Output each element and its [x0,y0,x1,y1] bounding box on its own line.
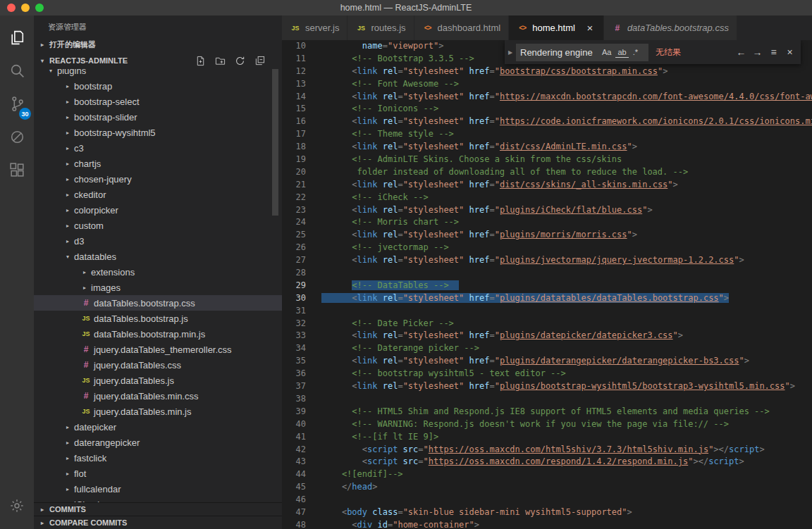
tab-dashboard.html[interactable]: <>dashboard.html [414,15,510,40]
line-number[interactable]: 22 [282,192,306,204]
code-line[interactable]: 27 <link rel="stylesheet" href="plugins/… [282,254,812,267]
code-line[interactable]: 19 <!-- AdminLTE Skins. Choose a skin fr… [282,154,812,166]
code-line[interactable]: 28 [282,267,812,280]
tree-item-iCheck[interactable]: ▸iCheck [34,497,282,502]
tree-item-ckeditor[interactable]: ▸ckeditor [34,187,282,202]
line-number[interactable]: 45 [282,481,306,494]
code-editor[interactable]: 10 name="viewport">11 <!-- Bootstrap 3.3… [282,40,812,529]
close-tab-icon[interactable]: × [584,22,596,34]
tree-item-plugins[interactable]: ▾plugins [34,69,282,78]
tab-home.html[interactable]: <>home.html× [509,15,604,40]
line-number[interactable]: 32 [282,318,306,330]
code-line[interactable]: 48 <div id="home-container"> [282,519,812,529]
code-line[interactable]: 30 <link rel="stylesheet" href="plugins/… [282,292,812,305]
tree-item-bootstrap-select[interactable]: ▸bootstrap-select [34,94,282,109]
tree-item-fastclick[interactable]: ▸fastclick [34,450,282,466]
tree-item-fullcalendar[interactable]: ▸fullcalendar [34,481,282,497]
tree-item-dataTables.bootstrap.css[interactable]: #dataTables.bootstrap.css [34,295,282,311]
code-line[interactable]: 26 <!-- jvectormap --> [282,242,812,254]
tree-item-jquery.dataTables.min.js[interactable]: JSjquery.dataTables.min.js [34,404,282,419]
line-number[interactable]: 24 [282,216,306,229]
find-input[interactable] [520,47,598,58]
tree-item-bootstrap-wysihtml5[interactable]: ▸bootstrap-wysihtml5 [34,125,282,140]
tree-item-bootstrap-slider[interactable]: ▸bootstrap-slider [34,109,282,125]
line-number[interactable]: 21 [282,179,306,192]
line-number[interactable]: 38 [282,393,306,406]
line-number[interactable]: 35 [282,355,306,368]
minimize-window-button[interactable] [21,4,30,12]
tree-item-dataTables.bootstrap.min.js[interactable]: JSdataTables.bootstrap.min.js [34,326,282,342]
line-number[interactable]: 36 [282,368,306,380]
code-line[interactable]: 20 folder instead of downloading all of … [282,166,812,179]
tree-item-jquery.dataTables.min.css[interactable]: #jquery.dataTables.min.css [34,388,282,404]
whole-word-toggle[interactable]: ab [615,47,628,58]
panel-compare-commits[interactable]: ▸ COMPARE COMMITS [34,516,282,529]
panel-commits[interactable]: ▸ COMMITS [34,502,282,516]
tree-item-daterangepicker[interactable]: ▸daterangepicker [34,435,282,450]
search-icon[interactable] [0,54,34,87]
tree-item-extensions[interactable]: ▸extensions [34,264,282,280]
line-number[interactable]: 19 [282,154,306,166]
line-number[interactable]: 10 [282,40,306,53]
collapse-all-icon[interactable] [254,56,265,66]
line-number[interactable]: 13 [282,78,306,91]
find-input-box[interactable]: Aa ab .* [516,44,648,61]
find-in-selection-button[interactable]: ≡ [765,44,782,61]
line-number[interactable]: 48 [282,519,306,529]
toggle-replace-button[interactable]: ▶ [505,40,516,64]
code-line[interactable]: 36 <!-- bootstrap wysihtml5 - text edito… [282,368,812,380]
line-number[interactable]: 28 [282,267,306,280]
tab-dataTables.bootstrap.css[interactable]: #dataTables.bootstrap.css [604,15,737,40]
folder-section-header[interactable]: ▾ REACTJS-ADMINLTE [34,52,282,69]
code-line[interactable]: 43 <script src="https://oss.maxcdn.com/r… [282,456,812,468]
open-editors-header[interactable]: ▸ 打开的编辑器 [34,37,282,52]
line-number[interactable]: 23 [282,204,306,217]
code-line[interactable]: 37 <link rel="stylesheet" href="plugins/… [282,380,812,393]
code-line[interactable]: 38 [282,393,812,406]
match-case-toggle[interactable]: Aa [600,47,613,57]
line-number[interactable]: 16 [282,116,306,128]
code-line[interactable]: 35 <link rel="stylesheet" href="plugins/… [282,355,812,368]
code-line[interactable]: 42 <script src="https://oss.maxcdn.com/h… [282,444,812,456]
code-line[interactable]: 46 [282,494,812,506]
code-line[interactable]: 32 <!-- Date Picker --> [282,318,812,330]
code-line[interactable]: 14 <link rel="stylesheet" href="https://… [282,91,812,104]
next-match-button[interactable]: → [749,44,765,61]
code-line[interactable]: 17 <!-- Theme style --> [282,128,812,141]
code-area[interactable]: 10 name="viewport">11 <!-- Bootstrap 3.3… [282,40,812,529]
tree-item-jquery.dataTables.js[interactable]: JSjquery.dataTables.js [34,373,282,388]
extensions-icon[interactable] [0,154,34,187]
code-line[interactable]: 15 <!-- Ionicons --> [282,103,812,116]
close-find-button[interactable]: × [782,44,798,61]
tree-item-datepicker[interactable]: ▸datepicker [34,419,282,435]
code-line[interactable]: 47 <body class="skin-blue sidebar-mini w… [282,506,812,519]
line-number[interactable]: 12 [282,66,306,78]
code-line[interactable]: 12 <link rel="stylesheet" href="bootstra… [282,66,812,78]
line-number[interactable]: 33 [282,330,306,342]
code-line[interactable]: 44 <![endif]--> [282,468,812,481]
code-line[interactable]: 33 <link rel="stylesheet" href="plugins/… [282,330,812,342]
code-line[interactable]: 18 <link rel="stylesheet" href="dist/css… [282,141,812,154]
code-line[interactable]: 39 <!-- HTML5 Shim and Respond.js IE8 su… [282,406,812,418]
code-line[interactable]: 40 <!-- WARNING: Respond.js doesn't work… [282,418,812,431]
tree-item-d3[interactable]: ▸d3 [34,233,282,249]
tab-server.js[interactable]: JSserver.js [282,15,347,40]
code-line[interactable]: 25 <link rel="stylesheet" href="plugins/… [282,229,812,242]
line-number[interactable]: 37 [282,380,306,393]
code-line[interactable]: 45 </head> [282,481,812,494]
tree-item-jquery.dataTables_themeroller.css[interactable]: #jquery.dataTables_themeroller.css [34,342,282,357]
line-number[interactable]: 43 [282,456,306,468]
code-line[interactable]: 21 <link rel="stylesheet" href="dist/css… [282,179,812,192]
line-number[interactable]: 26 [282,242,306,254]
tree-item-chosen-jquery[interactable]: ▸chosen-jquery [34,171,282,187]
tree-item-c3[interactable]: ▸c3 [34,140,282,156]
tree-item-datatables[interactable]: ▾datatables [34,249,282,264]
new-folder-icon[interactable] [215,56,226,66]
explorer-icon[interactable] [0,21,34,54]
line-number[interactable]: 44 [282,468,306,481]
line-number[interactable]: 39 [282,406,306,418]
code-line[interactable]: 23 <link rel="stylesheet" href="plugins/… [282,204,812,217]
tree-item-dataTables.bootstrap.js[interactable]: JSdataTables.bootstrap.js [34,311,282,326]
line-number[interactable]: 17 [282,128,306,141]
regex-toggle[interactable]: .* [631,47,640,57]
